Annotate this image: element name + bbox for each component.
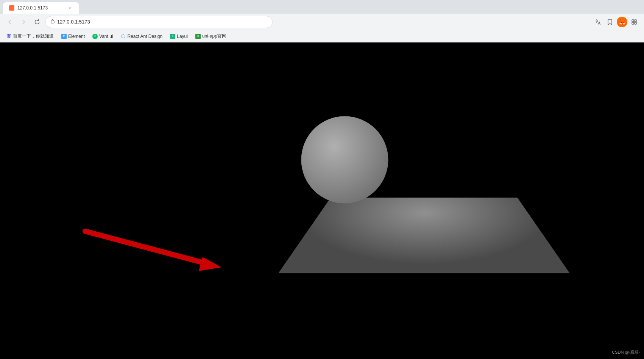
element-favicon: E: [61, 34, 67, 39]
browser-tabs: 127.0.0.1:5173 ×: [0, 0, 644, 14]
address-bar[interactable]: 127.0.0.1:5173: [45, 16, 273, 28]
svg-line-5: [85, 231, 206, 263]
red-arrow: [81, 224, 225, 273]
layui-favicon: L: [170, 34, 175, 39]
bookmark-react-ant-label: React Ant Design: [128, 34, 163, 39]
forward-button[interactable]: [18, 17, 29, 27]
baidu-favicon: 百: [6, 34, 11, 39]
svg-rect-0: [51, 21, 54, 23]
uniapp-favicon: U: [195, 34, 201, 39]
react-ant-favicon: ⬡: [121, 34, 126, 39]
toolbar-right: 🦊: [593, 17, 639, 27]
browser-chrome: 127.0.0.1:5173 × 127.0.0.1:5173: [0, 0, 644, 42]
bookmark-element-label: Element: [68, 34, 85, 39]
bookmark-uniapp-label: uni-app官网: [202, 33, 226, 39]
address-text: 127.0.0.1:5173: [57, 19, 268, 25]
watermark: CSDN @-联瑞-: [612, 350, 640, 355]
active-tab[interactable]: 127.0.0.1:5173 ×: [3, 2, 79, 14]
bookmark-baidu-label: 百度一下，你就知道: [13, 33, 54, 39]
svg-rect-3: [632, 22, 634, 24]
bookmark-layui-label: Layui: [177, 34, 188, 39]
main-content: CSDN @-联瑞-: [0, 42, 644, 359]
svg-rect-4: [635, 22, 636, 24]
bookmark-vant-label: Vant ui: [99, 34, 113, 39]
bookmark-react-ant[interactable]: ⬡ React Ant Design: [118, 32, 166, 41]
tab-close-button[interactable]: ×: [67, 5, 73, 11]
bookmark-button[interactable]: [605, 17, 615, 27]
avatar-figure: [278, 116, 570, 279]
tab-title: 127.0.0.1:5173: [17, 5, 48, 11]
back-button[interactable]: [5, 17, 15, 27]
svg-rect-1: [632, 20, 634, 22]
bookmark-vant[interactable]: V Vant ui: [89, 32, 116, 41]
vant-favicon: V: [92, 34, 98, 39]
avatar-body: [278, 198, 570, 273]
svg-marker-6: [199, 257, 221, 271]
avatar-head: [301, 116, 388, 203]
bookmarks-bar: 百 百度一下，你就知道 E Element V Vant ui ⬡ React …: [0, 30, 644, 42]
extensions-button[interactable]: [629, 17, 639, 27]
browser-toolbar: 127.0.0.1:5173 🦊: [0, 14, 644, 30]
svg-rect-2: [635, 20, 636, 22]
lock-icon: [50, 19, 55, 25]
profile-button[interactable]: 🦊: [617, 17, 627, 27]
reload-button[interactable]: [32, 17, 42, 27]
translate-button[interactable]: [593, 17, 603, 27]
bookmark-layui[interactable]: L Layui: [167, 32, 191, 41]
tab-favicon: [9, 5, 14, 11]
bookmark-baidu[interactable]: 百 百度一下，你就知道: [3, 31, 57, 41]
bookmark-uniapp[interactable]: U uni-app官网: [192, 31, 229, 41]
bookmark-element[interactable]: E Element: [58, 32, 88, 41]
